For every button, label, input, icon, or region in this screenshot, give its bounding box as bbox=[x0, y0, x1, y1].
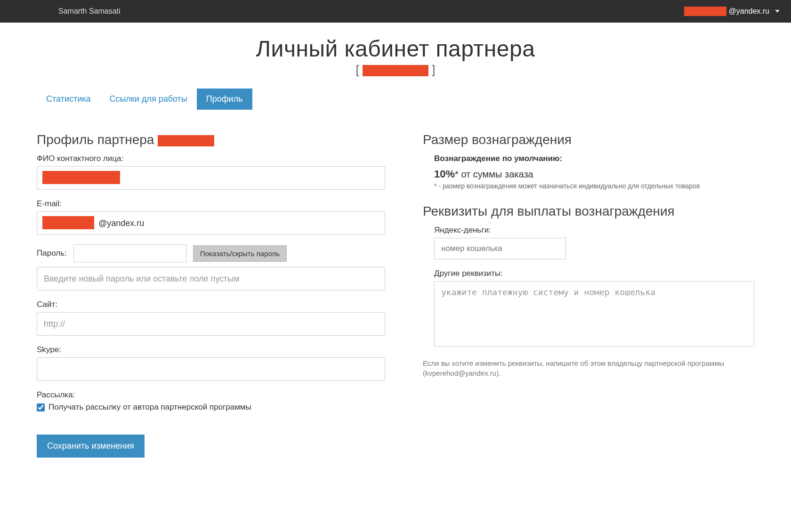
reward-section-title: Размер вознаграждения bbox=[423, 132, 754, 147]
yandex-money-input[interactable] bbox=[434, 238, 566, 259]
redacted-email-prefix-input bbox=[42, 216, 94, 229]
fio-label: ФИО контактного лица: bbox=[37, 154, 385, 163]
redacted-partner-name bbox=[158, 135, 214, 146]
new-password-input[interactable] bbox=[37, 267, 385, 290]
payout-footer-note: Если вы хотите изменить реквизиты, напиш… bbox=[423, 358, 754, 378]
profile-title-prefix: Профиль партнера bbox=[37, 132, 158, 147]
mailing-checkbox-label: Получать рассылку от автора партнерской … bbox=[48, 403, 251, 412]
page-title: Личный кабинет партнера bbox=[37, 36, 754, 62]
site-label: Сайт: bbox=[37, 300, 385, 309]
user-menu[interactable]: @yandex.ru bbox=[684, 7, 780, 16]
tab-profile[interactable]: Профиль bbox=[197, 89, 252, 110]
reward-of-order: * от суммы заказа bbox=[455, 169, 533, 179]
toggle-password-button[interactable]: Показать/скрыть пароль bbox=[193, 245, 287, 262]
reward-note: * - размер вознаграждения может назначат… bbox=[434, 182, 754, 190]
password-label: Пароль: bbox=[37, 249, 67, 258]
tab-links[interactable]: Ссылки для работы bbox=[100, 89, 197, 110]
skype-input[interactable] bbox=[37, 357, 385, 381]
other-details-label: Другие реквизиты: bbox=[434, 269, 754, 278]
current-password-input[interactable] bbox=[73, 244, 186, 262]
yandex-money-label: Яндекс-деньги: bbox=[434, 226, 754, 235]
profile-section-title: Профиль партнера bbox=[37, 132, 385, 147]
user-email-suffix: @yandex.ru bbox=[728, 7, 769, 16]
save-button[interactable]: Сохранить изменения bbox=[37, 435, 145, 458]
email-label: E-mail: bbox=[37, 199, 385, 209]
chevron-down-icon bbox=[775, 10, 780, 13]
skype-label: Skype: bbox=[37, 345, 385, 355]
partner-id-line: [ ] bbox=[37, 63, 754, 77]
payout-section-title: Реквизиты для выплаты вознаграждения bbox=[423, 204, 754, 219]
reward-default-label: Вознаграждение по умолчанию: bbox=[434, 154, 754, 163]
bracket-close: ] bbox=[428, 63, 435, 77]
topbar: Samarth Samasati @yandex.ru bbox=[0, 0, 791, 23]
redacted-partner-id bbox=[363, 65, 428, 76]
mailing-label: Рассылка: bbox=[37, 390, 385, 400]
bracket-open: [ bbox=[356, 63, 363, 77]
tab-statistics[interactable]: Статистика bbox=[37, 89, 100, 110]
redacted-email-prefix bbox=[684, 7, 726, 16]
reward-percent-value: 10% bbox=[434, 168, 455, 180]
tabs: Статистика Ссылки для работы Профиль bbox=[37, 89, 754, 110]
other-details-textarea[interactable] bbox=[434, 281, 754, 347]
mailing-checkbox[interactable] bbox=[37, 403, 45, 411]
brand-name: Samarth Samasati bbox=[11, 7, 121, 16]
redacted-fio-value bbox=[42, 171, 120, 184]
site-input[interactable] bbox=[37, 312, 385, 336]
reward-percent: 10%* от суммы заказа bbox=[434, 168, 754, 180]
